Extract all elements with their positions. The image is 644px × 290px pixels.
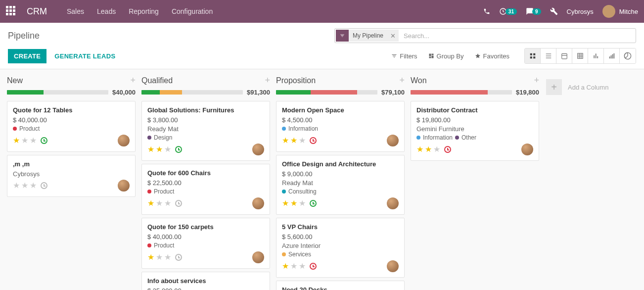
tag-dot [147,190,151,193]
assignee-avatar[interactable] [387,260,399,272]
activity-clock-icon[interactable] [310,137,317,144]
column-progress-bar[interactable] [411,90,512,95]
kanban-card[interactable]: Quote for 600 Chairs $ 22,500.00 Product… [141,164,270,215]
activity-clock-icon[interactable] [310,263,317,270]
pivot-view-icon[interactable] [572,48,588,63]
activity-clock-icon[interactable] [41,182,47,189]
create-button[interactable]: CREATE [8,49,46,63]
star-icon: ★ [147,253,154,261]
priority-stars[interactable]: ★★★ [147,199,171,207]
assignee-avatar[interactable] [252,251,264,263]
svg-rect-6 [546,55,551,56]
column-title[interactable]: Won [411,76,427,85]
column-title[interactable]: New [7,76,23,85]
kanban-column: New + $40,000 Quote for 12 Tables $ 40,0… [4,75,138,200]
nav-reporting[interactable]: Reporting [129,7,159,15]
kanban-card[interactable]: Info about services $ 25,000.00 Deco Add… [141,272,270,290]
column-header: Qualified + [141,75,270,86]
add-card-button[interactable]: + [399,75,405,86]
activity-clock-icon[interactable] [41,137,47,144]
search-input[interactable] [400,32,636,40]
generate-leads-button[interactable]: GENERATE LEADS [54,52,115,60]
add-column[interactable]: +Add a Column [542,75,631,99]
kanban-card[interactable]: Quote for 12 Tables $ 40,000.00 Product … [7,101,136,152]
activity-clock-icon[interactable] [175,146,182,153]
svg-rect-4 [533,56,535,58]
facet-remove[interactable]: ✕ [387,30,399,42]
assignee-avatar[interactable] [387,197,399,209]
calendar-view-icon[interactable] [556,48,572,63]
favorites-button[interactable]: Favorites [475,52,509,60]
priority-stars[interactable]: ★★★ [282,199,306,207]
priority-stars[interactable]: ★★★ [282,262,306,270]
activity-clock-icon[interactable] [310,200,317,207]
star-icon: ★ [13,137,20,145]
kanban-card[interactable]: Quote for 150 carpets $ 40,000.00 Produc… [141,218,270,269]
nav-sales[interactable]: Sales [67,7,84,15]
kanban-card[interactable]: ,m ,m Cybrosys ★★★ [7,155,136,197]
kanban-card[interactable]: Office Design and Architecture $ 9,000.0… [276,155,405,215]
card-amount: $ 25,000.00 [147,287,264,290]
tag-label: Consulting [288,188,317,195]
column-header: Proposition + [276,75,405,86]
nav-configuration[interactable]: Configuration [172,7,213,15]
dashboard-view-icon[interactable] [620,48,636,63]
tag-row: Information [282,125,399,132]
column-progress-bar[interactable] [276,90,377,95]
assignee-avatar[interactable] [118,180,130,192]
card-title: Need 20 Desks [282,286,399,290]
settings-icon[interactable] [550,7,558,15]
column-progress-bar[interactable] [141,90,243,95]
control-panel: Pipeline My Pipeline ✕ CREATE GENERATE L… [0,23,644,69]
priority-stars[interactable]: ★★★ [147,145,171,153]
kanban-card[interactable]: Modern Open Space $ 4,500.00 Information… [276,101,405,152]
priority-stars[interactable]: ★★★ [416,145,440,153]
svg-rect-19 [610,55,611,58]
tag-dot [282,252,286,256]
column-title[interactable]: Proposition [276,76,316,85]
column-title[interactable]: Qualified [141,76,173,85]
kanban-card[interactable]: 5 VP Chairs $ 5,600.00 Azure Interior Se… [276,218,405,278]
brand[interactable]: CRM [27,6,47,17]
priority-stars[interactable]: ★★★ [13,137,37,145]
assignee-avatar[interactable] [252,197,264,209]
activity-clock-icon[interactable] [444,146,451,153]
assignee-avatar[interactable] [521,144,533,155]
priority-stars[interactable]: ★★★ [147,253,171,261]
column-progress-bar[interactable] [7,90,108,95]
list-view-icon[interactable] [541,48,556,63]
kanban-card[interactable]: Need 20 Desks $ 60,000.00 [276,281,405,290]
add-card-button[interactable]: + [265,75,270,86]
activity-clock-icon[interactable] [175,254,182,261]
activity-icon[interactable]: 31 [499,7,517,15]
kanban-card[interactable]: Global Solutions: Furnitures $ 3,800.00 … [141,101,270,161]
assignee-avatar[interactable] [387,135,399,146]
assignee-avatar[interactable] [118,135,130,146]
chat-icon[interactable]: 9 [526,7,541,15]
card-title: Quote for 150 carpets [147,223,264,231]
company-name[interactable]: Cybrosys [567,8,594,15]
activity-clock-icon[interactable] [175,200,182,207]
add-card-button[interactable]: + [130,75,136,86]
card-customer: Ready Mat [282,179,399,187]
graph-view-icon[interactable] [588,48,604,63]
add-card-button[interactable]: + [534,75,539,86]
svg-rect-21 [613,53,614,59]
card-footer: ★★★ [147,197,264,209]
card-title: Quote for 600 Chairs [147,169,264,177]
chat-badge: 9 [532,8,541,15]
kanban-view-icon[interactable] [525,48,541,63]
priority-stars[interactable]: ★★★ [282,137,306,145]
cohort-view-icon[interactable] [604,48,620,63]
star-icon: ★ [433,145,440,153]
groupby-button[interactable]: Group By [428,52,464,60]
phone-icon[interactable] [483,8,490,15]
kanban-card[interactable]: Distributor Contract $ 19,800.00 Gemini … [411,101,539,161]
nav-leads[interactable]: Leads [97,7,116,15]
user-menu[interactable]: Mitche [602,5,638,18]
tag-dot [282,127,286,131]
priority-stars[interactable]: ★★★ [13,182,37,190]
assignee-avatar[interactable] [252,144,264,155]
filters-button[interactable]: Filters [391,52,417,60]
apps-icon[interactable] [6,6,17,17]
